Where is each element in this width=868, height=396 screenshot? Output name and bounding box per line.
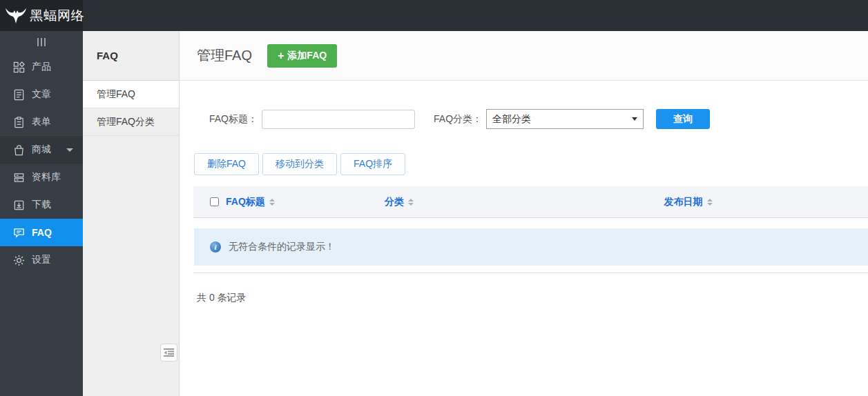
sidebar-item-downloads[interactable]: 下载	[0, 191, 83, 219]
faq-category-select[interactable]: 全部分类	[486, 109, 644, 129]
column-header-publish-date[interactable]: 发布日期	[508, 196, 868, 208]
sidebar-item-label: 下载	[32, 199, 51, 211]
sidebar-item-label: FAQ	[32, 227, 52, 238]
content: FAQ标题： FAQ分类： 全部分类 查询 删除FAQ 移动到分类 FAQ排序	[180, 81, 868, 396]
secondary-sidebar-title: FAQ	[83, 31, 179, 81]
sidebar-collapse-toggle[interactable]	[0, 31, 83, 53]
column-header-faq-title[interactable]: FAQ标题	[224, 196, 290, 208]
sort-icon	[707, 199, 713, 206]
subsidebar-item-manage-faq-categories[interactable]: 管理FAQ分类	[83, 108, 179, 136]
search-button[interactable]: 查询	[656, 109, 710, 129]
no-records-message: 无符合条件的记录显示！	[229, 241, 335, 253]
form-clipboard-icon	[12, 116, 25, 128]
sidebar-item-label: 设置	[32, 254, 51, 266]
info-icon: i	[210, 241, 221, 253]
sidebar-item-forms[interactable]: 表单	[0, 108, 83, 136]
faq-bubble-icon	[12, 226, 25, 239]
settings-gear-icon	[12, 254, 25, 266]
toolbar: 删除FAQ 移动到分类 FAQ排序	[194, 153, 868, 175]
logo[interactable]: 黑蝠网络	[0, 0, 83, 31]
delete-faq-button[interactable]: 删除FAQ	[194, 153, 259, 175]
sidebar-item-products[interactable]: 产品	[0, 53, 83, 81]
faq-title-input[interactable]	[262, 110, 415, 129]
collapse-bars-icon	[36, 37, 47, 47]
subsidebar-item-manage-faq[interactable]: 管理FAQ	[83, 81, 179, 108]
sort-icon	[269, 199, 275, 206]
topbar: 黑蝠网络	[0, 0, 868, 31]
article-icon	[12, 88, 25, 101]
subsidebar-collapse-button[interactable]	[160, 344, 177, 362]
column-label: 发布日期	[664, 196, 703, 208]
move-to-category-button[interactable]: 移动到分类	[262, 153, 337, 175]
faq-sort-button[interactable]: FAQ排序	[340, 153, 405, 175]
select-caret-icon	[632, 117, 637, 121]
table-bottom-divider	[193, 273, 868, 273]
primary-sidebar: 产品 文章	[0, 31, 83, 396]
sidebar-item-mall[interactable]: 商城	[0, 136, 83, 164]
column-header-category[interactable]: 分类	[290, 196, 508, 208]
bat-icon	[5, 7, 27, 25]
indent-collapse-icon	[164, 348, 174, 357]
table-header-row: FAQ标题 分类 发布日期	[193, 186, 868, 218]
sidebar-item-library[interactable]: 资料库	[0, 164, 83, 191]
sidebar-item-label: 资料库	[32, 171, 61, 184]
column-label: FAQ标题	[226, 196, 265, 208]
chevron-down-icon	[66, 148, 73, 152]
faq-category-selected-value: 全部分类	[492, 113, 531, 126]
sidebar-item-label: 文章	[32, 88, 51, 101]
main-area: 管理FAQ + 添加FAQ FAQ标题： FAQ分类： 全部分类 查询	[180, 31, 868, 396]
sort-icon	[408, 199, 414, 206]
sidebar-item-faq[interactable]: FAQ	[0, 219, 83, 246]
sidebar-item-label: 产品	[32, 61, 51, 73]
faq-title-label: FAQ标题：	[209, 113, 258, 126]
logo-text: 黑蝠网络	[30, 7, 85, 25]
download-icon	[12, 199, 25, 211]
sidebar-item-label: 表单	[32, 116, 51, 128]
admin-page: 黑蝠网络 产品	[0, 0, 868, 396]
secondary-sidebar: FAQ 管理FAQ 管理FAQ分类	[83, 31, 180, 396]
record-count: 共 0 条记录	[197, 292, 868, 304]
sidebar-item-articles[interactable]: 文章	[0, 81, 83, 108]
mall-bag-icon	[12, 143, 25, 156]
filter-row: FAQ标题： FAQ分类： 全部分类 查询	[209, 109, 868, 129]
select-all-checkbox[interactable]	[210, 197, 219, 206]
library-icon	[12, 171, 25, 184]
column-label: 分类	[385, 196, 404, 208]
sidebar-item-label: 商城	[32, 143, 51, 156]
page-title: 管理FAQ	[197, 46, 252, 65]
products-grid-icon	[12, 61, 25, 73]
page-header: 管理FAQ + 添加FAQ	[180, 31, 868, 81]
no-records-alert: i 无符合条件的记录显示！	[194, 228, 868, 266]
plus-icon: +	[278, 50, 284, 61]
faq-category-label: FAQ分类：	[434, 113, 482, 126]
sidebar-item-settings[interactable]: 设置	[0, 246, 83, 274]
add-faq-button[interactable]: + 添加FAQ	[267, 44, 337, 68]
select-all-cell	[193, 197, 224, 206]
add-faq-button-label: 添加FAQ	[287, 50, 327, 62]
